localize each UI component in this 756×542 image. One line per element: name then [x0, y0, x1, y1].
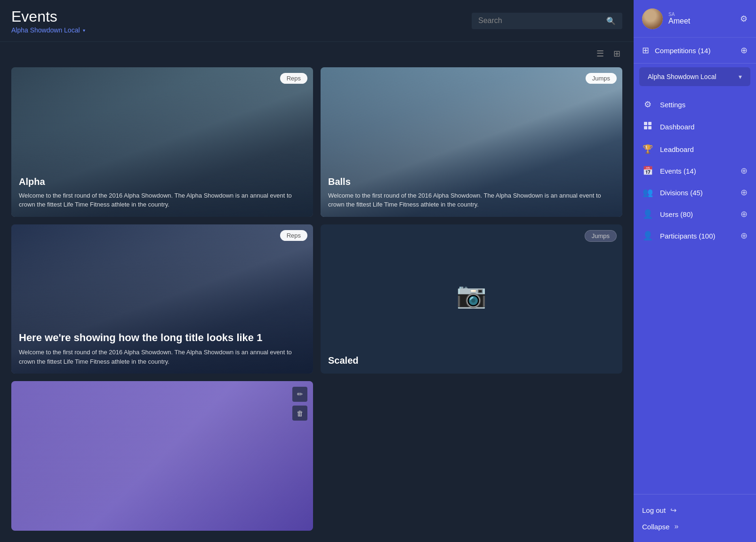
avatar-image: [642, 8, 663, 29]
collapse-icon: »: [674, 522, 678, 531]
delete-button[interactable]: 🗑: [292, 406, 307, 421]
sidebar: SA Ameet ⚙ ⊞ Competitions (14) ⊕ Alpha S…: [634, 0, 756, 542]
users-add-icon[interactable]: ⊕: [740, 209, 748, 219]
svg-rect-2: [644, 126, 647, 129]
card-long-title-content: Here we're showing how the long title lo…: [11, 224, 313, 374]
logout-label: Log out: [642, 506, 666, 514]
svg-rect-0: [644, 122, 647, 125]
svg-rect-1: [648, 122, 651, 125]
competitions-left: ⊞ Competitions (14): [642, 45, 710, 56]
divisions-nav-label: Divisions (45): [660, 189, 734, 197]
collapse-label: Collapse: [642, 523, 669, 531]
card-balls-title: Balls: [328, 176, 615, 187]
subtitle-text: Alpha Showdown Local: [11, 26, 80, 34]
sidebar-header: SA Ameet ⚙: [634, 0, 756, 38]
logout-icon: ↪: [670, 506, 676, 515]
event-dropdown-chevron-icon: ▾: [739, 73, 742, 80]
card-balls[interactable]: Jumps Balls Welcome to the first round o…: [321, 67, 622, 217]
card-scaled[interactable]: Jumps 📷 Scaled: [321, 224, 622, 374]
event-dropdown[interactable]: Alpha Showdown Local ▾: [639, 67, 750, 86]
sidebar-item-settings[interactable]: ⚙ Settings: [634, 94, 756, 115]
divisions-add-icon[interactable]: ⊕: [740, 187, 748, 198]
card-alpha-content: Alpha Welcome to the first round of the …: [11, 67, 313, 217]
settings-nav-icon: ⚙: [642, 99, 653, 110]
card-balls-badge: Jumps: [586, 73, 617, 84]
user-details: SA Ameet: [668, 12, 690, 25]
card-scaled-badge: Jumps: [585, 230, 617, 242]
logout-item[interactable]: Log out ↪: [642, 502, 748, 518]
main-content: Events Alpha Showdown Local ▾ 🔍 ☰ ⊞ Reps…: [0, 0, 634, 542]
card-scaled-placeholder: 📷: [321, 224, 622, 374]
search-input[interactable]: [478, 16, 606, 25]
sidebar-footer: Log out ↪ Collapse »: [634, 494, 756, 542]
card-long-title-title: Here we're showing how the long title lo…: [19, 332, 306, 344]
collapse-item[interactable]: Collapse »: [642, 518, 748, 534]
card-purple[interactable]: ✏ 🗑: [11, 381, 313, 531]
grid-view-button[interactable]: ⊞: [611, 47, 622, 61]
sidebar-competitions: ⊞ Competitions (14) ⊕: [634, 38, 756, 64]
camera-icon: 📷: [456, 281, 487, 310]
participants-nav-icon: 👤: [642, 231, 653, 241]
dashboard-nav-icon: [642, 121, 653, 133]
card-alpha-desc: Welcome to the first round of the 2016 A…: [19, 191, 306, 209]
card-balls-content: Balls Welcome to the first round of the …: [321, 67, 622, 217]
card-balls-desc: Welcome to the first round of the 2016 A…: [328, 191, 615, 209]
leadboard-nav-icon: 🏆: [642, 144, 653, 154]
list-view-button[interactable]: ☰: [595, 47, 606, 61]
card-long-title-badge: Reps: [280, 230, 307, 241]
sidebar-item-dashboard[interactable]: Dashboard: [634, 115, 756, 138]
competitions-icon: ⊞: [642, 45, 649, 56]
grid-controls: ☰ ⊞: [0, 42, 634, 64]
events-nav-label: Events (14): [660, 167, 734, 175]
events-nav-icon: 📅: [642, 166, 653, 176]
edit-button[interactable]: ✏: [292, 387, 307, 402]
dashboard-nav-label: Dashboard: [660, 123, 748, 131]
card-alpha[interactable]: Reps Alpha Welcome to the first round of…: [11, 67, 313, 217]
sidebar-item-users[interactable]: 👤 Users (80) ⊕: [634, 203, 756, 225]
user-initials-badge: SA: [668, 12, 690, 17]
user-name: Ameet: [668, 17, 690, 25]
card-scaled-title: Scaled: [328, 355, 358, 366]
sidebar-item-leadboard[interactable]: 🏆 Leadboard: [634, 138, 756, 160]
card-alpha-title: Alpha: [19, 176, 306, 187]
sidebar-item-events[interactable]: 📅 Events (14) ⊕: [634, 160, 756, 182]
competitions-add-icon[interactable]: ⊕: [740, 45, 748, 56]
sidebar-item-participants[interactable]: 👤 Participants (100) ⊕: [634, 225, 756, 247]
header-subtitle[interactable]: Alpha Showdown Local ▾: [11, 26, 85, 34]
competitions-right: ⊕: [740, 45, 748, 56]
header: Events Alpha Showdown Local ▾ 🔍: [0, 0, 634, 42]
users-nav-label: Users (80): [660, 210, 734, 218]
events-add-icon[interactable]: ⊕: [740, 166, 748, 176]
header-left: Events Alpha Showdown Local ▾: [11, 8, 85, 34]
event-dropdown-label: Alpha Showdown Local: [648, 73, 716, 80]
competitions-row: ⊞ Competitions (14) ⊕: [642, 45, 748, 56]
divisions-nav-icon: 👥: [642, 187, 653, 198]
chevron-down-icon: ▾: [83, 28, 85, 33]
card-purple-actions: ✏ 🗑: [292, 387, 307, 421]
svg-rect-3: [648, 126, 651, 129]
card-alpha-badge: Reps: [280, 73, 307, 84]
users-nav-icon: 👤: [642, 209, 653, 219]
user-info: SA Ameet: [642, 8, 690, 29]
sidebar-nav: ⚙ Settings Dashboard 🏆 Leadboard 📅 Event…: [634, 90, 756, 494]
sidebar-item-divisions[interactable]: 👥 Divisions (45) ⊕: [634, 182, 756, 203]
card-long-title-desc: Welcome to the first round of the 2016 A…: [19, 348, 306, 366]
card-long-title[interactable]: Reps Here we're showing how the long tit…: [11, 224, 313, 374]
settings-nav-label: Settings: [660, 101, 748, 109]
page-title: Events: [11, 8, 85, 25]
cards-grid: Reps Alpha Welcome to the first round of…: [0, 64, 634, 542]
participants-nav-label: Participants (100): [660, 232, 734, 240]
competitions-label: Competitions (14): [655, 47, 710, 55]
avatar: [642, 8, 663, 29]
search-icon: 🔍: [606, 16, 616, 25]
leadboard-nav-label: Leadboard: [660, 145, 748, 153]
settings-gear-icon[interactable]: ⚙: [740, 14, 748, 24]
participants-add-icon[interactable]: ⊕: [740, 231, 748, 241]
search-container: 🔍: [472, 13, 622, 29]
card-purple-overlay: [11, 381, 313, 531]
